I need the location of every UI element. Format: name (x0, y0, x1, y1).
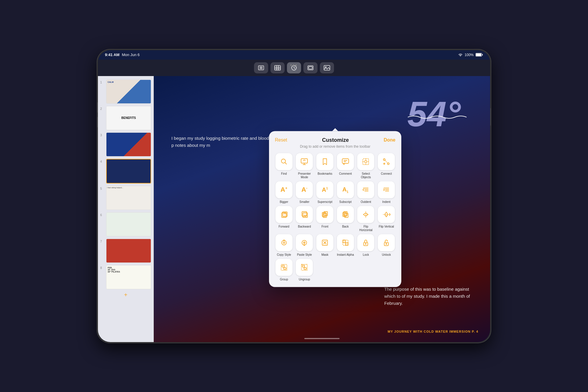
tool-presenter-mode[interactable]: Presenter Mode (295, 153, 314, 179)
dialog-header: Reset Customize Done (275, 137, 395, 143)
unlock-label: Unlock (382, 253, 391, 256)
page-thumbnail-image-6 (106, 212, 151, 236)
tool-connect[interactable]: Connect (377, 153, 395, 179)
tool-back[interactable]: Back (336, 206, 355, 232)
toolbar-media-button[interactable] (320, 62, 334, 73)
ungroup-icon (300, 263, 308, 271)
toolbar-layers-button[interactable] (303, 62, 318, 73)
tool-smaller[interactable]: A- Smaller (295, 181, 314, 203)
tool-copy-style[interactable]: Copy Style (275, 234, 293, 256)
add-page-button[interactable]: + (98, 290, 153, 300)
find-icon-box (275, 153, 293, 170)
backward-icon-box (296, 206, 313, 223)
toolbar-list-button[interactable] (254, 62, 268, 73)
superscript-icon-box: A1 (316, 181, 333, 198)
indent-icon (382, 186, 390, 194)
flip-vertical-icon-box (378, 206, 395, 223)
tool-mask[interactable]: Mask (316, 234, 334, 256)
tool-comment[interactable]: Comment (336, 153, 355, 179)
page-thumb-4[interactable]: 4 (98, 158, 153, 185)
tool-instant-alpha[interactable]: Instant Alpha (336, 234, 355, 256)
tool-select-objects[interactable]: Select Objects (357, 153, 375, 179)
page-number-1: 1 (100, 80, 104, 84)
mask-label: Mask (321, 253, 328, 256)
back-label: Back (342, 225, 349, 228)
tool-backward[interactable]: Backward (295, 206, 314, 232)
flip-horizontal-icon (362, 210, 370, 218)
page-thumb-2[interactable]: 2 BENEFITS (98, 105, 153, 131)
top-toolbar: ••• (98, 60, 490, 76)
tool-bigger[interactable]: A+ Bigger (275, 181, 293, 203)
media-icon (324, 65, 330, 70)
tool-superscript[interactable]: A1 Superscript (316, 181, 334, 203)
svg-rect-73 (304, 267, 306, 269)
dialog-done-button[interactable]: Done (384, 137, 395, 143)
svg-line-20 (285, 162, 287, 164)
page-thumb-1[interactable]: 1 CALM (98, 78, 153, 105)
page-number-2: 2 (100, 106, 104, 110)
page-number-6: 6 (100, 212, 104, 217)
connect-icon (382, 157, 390, 166)
tool-flip-vertical[interactable]: Flip Vertical (377, 206, 395, 232)
group-icon-box (275, 259, 293, 276)
select-objects-label: Select Objects (357, 172, 375, 179)
document-footer: MY JOURNEY WITH COLD WATER IMMERSION P. … (388, 330, 479, 333)
superscript-label: Superscript (318, 200, 333, 203)
tool-unlock[interactable]: Unlock (377, 234, 395, 256)
table-icon (274, 65, 281, 70)
dialog-reset-button[interactable]: Reset (275, 137, 287, 143)
document-area: 54° I began my study logging biometric r… (154, 76, 490, 342)
unlock-icon-box (378, 234, 395, 251)
presenter-mode-icon-box (296, 153, 313, 170)
page-thumb-8[interactable]: 8 FEB.30' JOG30" PILATES (98, 264, 153, 290)
dialog-title: Customize (322, 137, 349, 143)
back-icon (341, 210, 350, 218)
toolbar-table-button[interactable] (270, 62, 285, 73)
forward-icon-box (275, 206, 293, 223)
connect-icon-box (378, 153, 395, 170)
page-thumb-6[interactable]: 6 (98, 211, 153, 238)
svg-line-14 (294, 68, 295, 69)
svg-point-28 (365, 160, 367, 163)
svg-point-67 (386, 243, 387, 244)
tool-bookmarks[interactable]: Bookmarks (316, 153, 334, 179)
tool-subscript[interactable]: A1 Subscript (336, 181, 355, 203)
svg-point-65 (365, 243, 366, 244)
customize-dialog: Reset Customize Done Drag to add or remo… (269, 131, 401, 287)
lock-label: Lock (363, 253, 369, 256)
find-label: Find (281, 172, 287, 175)
group-icon (280, 263, 288, 271)
page-thumbnail-image-4 (106, 159, 151, 184)
page-number-5: 5 (100, 186, 104, 190)
svg-point-19 (281, 159, 285, 163)
page-thumb-3[interactable]: 3 (98, 131, 153, 158)
presenter-mode-label: Presenter Mode (295, 172, 314, 179)
ungroup-icon-box (296, 259, 313, 276)
tool-find[interactable]: Find (275, 153, 293, 179)
front-icon-box (316, 206, 333, 223)
tool-outdent[interactable]: Outdent (357, 181, 375, 203)
paste-style-icon-box (296, 234, 313, 251)
page-thumb-7[interactable]: 7 (98, 238, 153, 264)
indent-label: Indent (382, 200, 390, 203)
list-icon (258, 65, 264, 70)
tool-group[interactable]: Group (275, 259, 293, 281)
tool-forward[interactable]: Forward (275, 206, 293, 232)
main-content: 1 CALM 2 BENEFITS (98, 76, 490, 342)
tool-flip-horizontal[interactable]: Flip Horizontal (357, 206, 375, 232)
page-thumb-5[interactable]: 5 I feel sitting helped... (98, 185, 153, 211)
page-number-3: 3 (100, 132, 104, 137)
document-purpose-text: The purpose of this was to baseline agai… (384, 286, 478, 307)
tool-paste-style[interactable]: Paste Style (295, 234, 314, 256)
tool-ungroup[interactable]: Ungroup (295, 259, 314, 281)
tool-lock[interactable]: Lock (357, 234, 375, 256)
tool-indent[interactable]: Indent (377, 181, 395, 203)
lock-icon (362, 238, 370, 247)
smaller-label: Smaller (300, 200, 310, 203)
comment-icon-box (337, 153, 354, 170)
svg-rect-24 (342, 159, 349, 163)
svg-point-55 (283, 240, 284, 241)
layers-icon (307, 65, 314, 70)
document-big-number: 54° (407, 94, 461, 134)
tool-front[interactable]: Front (316, 206, 334, 232)
